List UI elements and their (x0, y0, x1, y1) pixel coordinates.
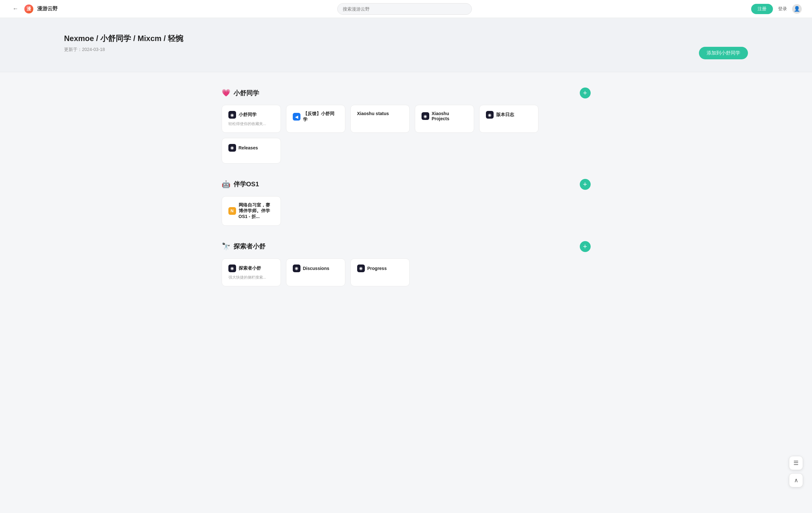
search-area (58, 3, 751, 15)
card-logo-xiaoshu-main: ◉ (228, 111, 236, 119)
back-button[interactable]: ← (10, 4, 21, 14)
cards-grid-xiaoshu: ◉小舒同学轻松得使你的收藏夹...◀【反馈】小舒同学Xiaoshu status… (222, 105, 591, 163)
site-logo: 漫 (24, 4, 33, 14)
card-name-projects: Xiaoshu Projects (432, 111, 467, 121)
nav-left: ← 漫 漫游云野 (10, 4, 58, 14)
nav-right: 注册 登录 👤 (751, 4, 802, 14)
section-icon-xiaoshu: 💗 (222, 89, 230, 97)
card-name-xiaoshu-main: 小舒同学 (239, 112, 257, 118)
section-header-xiaoshu: 💗小舒同学+ (222, 87, 591, 99)
card-name-releases: Releases (239, 145, 258, 151)
card-header-banjia-main: N网络自习室，赛博伴学师。伴学OS1 - 折... (228, 202, 274, 220)
navbar: ← 漫 漫游云野 注册 登录 👤 (0, 0, 812, 18)
card-header-feedback: ◀【反馈】小舒同学 (293, 111, 339, 123)
card-name-banjia-main: 网络自习室，赛博伴学师。伴学OS1 - 折... (239, 202, 274, 220)
card-logo-feedback: ◀ (293, 113, 300, 120)
updated-date: 更新于：2024-03-18 (64, 47, 748, 53)
card-header-xiaoshu-main: ◉小舒同学 (228, 111, 274, 119)
hero-content: Nexmoe / 小舒同学 / Mixcm / 轻惋 更新于：2024-03-1… (0, 18, 812, 72)
card-logo-explorer-main: ◉ (228, 265, 236, 272)
add-section-button-xiaoshu[interactable]: + (580, 87, 591, 99)
breadcrumb: Nexmoe / 小舒同学 / Mixcm / 轻惋 (64, 33, 748, 44)
section-header-banjia: 🤖伴学OS1+ (222, 179, 591, 190)
card-logo-projects: ◉ (422, 112, 429, 120)
card-xiaoshu-main[interactable]: ◉小舒同学轻松得使你的收藏夹... (222, 105, 281, 133)
section-title-text-xiaoshu: 小舒同学 (233, 89, 259, 98)
card-logo-releases: ◉ (228, 144, 236, 152)
card-name-changelog: 版本日志 (496, 112, 514, 118)
floating-buttons: ☰ ∧ (789, 456, 803, 487)
card-name-status: Xiaoshu status (357, 111, 389, 116)
login-button[interactable]: 登录 (778, 6, 787, 12)
add-to-button[interactable]: 添加到小舒同学 (699, 47, 748, 59)
section-title-text-explorer: 探索者小舒 (233, 242, 265, 251)
hero-section: Nexmoe / 小舒同学 / Mixcm / 轻惋 更新于：2024-03-1… (0, 18, 812, 72)
back-icon: ← (12, 5, 18, 12)
card-desc-xiaoshu-main: 轻松得使你的收藏夹... (228, 121, 274, 127)
add-section-button-explorer[interactable]: + (580, 241, 591, 252)
card-header-explorer-main: ◉探索者小舒 (228, 265, 274, 272)
section-banjia: 🤖伴学OS1+N网络自习室，赛博伴学师。伴学OS1 - 折... (222, 179, 591, 226)
card-progress[interactable]: ◉Progress (350, 259, 410, 286)
card-banjia-main[interactable]: N网络自习室，赛博伴学师。伴学OS1 - 折... (222, 196, 281, 226)
card-header-changelog: ◉版本日志 (486, 111, 532, 119)
section-icon-banjia: 🤖 (222, 180, 230, 189)
menu-icon: ☰ (793, 459, 799, 466)
search-input[interactable] (337, 3, 472, 15)
card-header-projects: ◉Xiaoshu Projects (422, 111, 467, 121)
card-projects[interactable]: ◉Xiaoshu Projects (415, 105, 474, 133)
card-header-status: Xiaoshu status (357, 111, 403, 116)
sections-container: 💗小舒同学+◉小舒同学轻松得使你的收藏夹...◀【反馈】小舒同学Xiaoshu … (222, 87, 591, 286)
card-name-progress: Progress (368, 266, 387, 271)
card-logo-banjia-main: N (228, 207, 236, 215)
avatar[interactable]: 👤 (792, 4, 802, 14)
card-releases[interactable]: ◉Releases (222, 138, 281, 163)
floating-menu-button[interactable]: ☰ (789, 456, 803, 470)
section-xiaoshu: 💗小舒同学+◉小舒同学轻松得使你的收藏夹...◀【反馈】小舒同学Xiaoshu … (222, 87, 591, 163)
card-discussions[interactable]: ◉Discussions (286, 259, 345, 286)
section-header-explorer: 🔭探索者小舒+ (222, 241, 591, 252)
section-title-text-banjia: 伴学OS1 (233, 180, 259, 189)
main-content: 💗小舒同学+◉小舒同学轻松得使你的收藏夹...◀【反馈】小舒同学Xiaoshu … (214, 72, 598, 317)
add-section-button-banjia[interactable]: + (580, 179, 591, 190)
site-name: 漫游云野 (37, 5, 58, 12)
card-header-discussions: ◉Discussions (293, 265, 339, 272)
cards-grid-explorer: ◉探索者小舒强大快捷的侧栏搜索...◉Discussions◉Progress (222, 259, 591, 286)
cards-grid-banjia: N网络自习室，赛博伴学师。伴学OS1 - 折... (222, 196, 591, 226)
card-explorer-main[interactable]: ◉探索者小舒强大快捷的侧栏搜索... (222, 259, 281, 286)
card-header-progress: ◉Progress (357, 265, 403, 272)
card-desc-explorer-main: 强大快捷的侧栏搜索... (228, 275, 274, 280)
section-title-group-xiaoshu: 💗小舒同学 (222, 89, 259, 98)
card-changelog[interactable]: ◉版本日志 (479, 105, 539, 133)
card-name-explorer-main: 探索者小舒 (239, 266, 261, 271)
section-title-group-explorer: 🔭探索者小舒 (222, 242, 265, 251)
card-name-feedback: 【反馈】小舒同学 (303, 111, 339, 123)
card-name-discussions: Discussions (303, 266, 329, 271)
top-icon: ∧ (794, 477, 798, 484)
section-icon-explorer: 🔭 (222, 242, 230, 251)
card-header-releases: ◉Releases (228, 144, 274, 152)
card-feedback[interactable]: ◀【反馈】小舒同学 (286, 105, 345, 133)
card-logo-discussions: ◉ (293, 265, 300, 272)
register-button[interactable]: 注册 (751, 4, 773, 14)
card-logo-progress: ◉ (357, 265, 365, 272)
card-status[interactable]: Xiaoshu status (350, 105, 410, 133)
floating-top-button[interactable]: ∧ (789, 473, 803, 487)
section-title-group-banjia: 🤖伴学OS1 (222, 180, 259, 189)
section-explorer: 🔭探索者小舒+◉探索者小舒强大快捷的侧栏搜索...◉Discussions◉Pr… (222, 241, 591, 286)
card-logo-changelog: ◉ (486, 111, 494, 119)
hero-action-area: 添加到小舒同学 (699, 47, 748, 59)
